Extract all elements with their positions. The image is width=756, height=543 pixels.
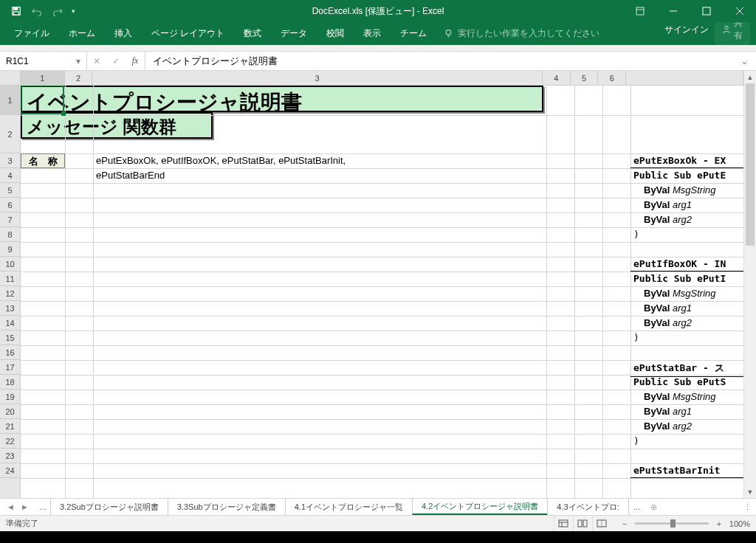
code-line-0[interactable]: ePutExBoxOk - EX	[630, 153, 743, 168]
view-page-layout-button[interactable]	[573, 516, 592, 532]
code-line-17[interactable]: )	[630, 434, 743, 448]
row-header-15[interactable]: 15	[0, 331, 20, 345]
code-line-11[interactable]: )	[630, 331, 743, 345]
code-line-14[interactable]: ByVal MsgString	[630, 390, 743, 404]
row-header-17[interactable]: 17	[0, 360, 20, 375]
zoom-in-button[interactable]: +	[713, 519, 725, 528]
code-line-6[interactable]: ePutIfBoxOK - IN	[630, 257, 743, 272]
tab-home[interactable]: ホーム	[59, 22, 105, 45]
ribbon-display-button[interactable]	[623, 0, 656, 22]
row-header-5[interactable]: 5	[0, 183, 20, 198]
select-all-corner[interactable]	[0, 71, 21, 86]
tell-me-search[interactable]: 実行したい作業を入力してください	[436, 22, 607, 45]
row-header-9[interactable]: 9	[0, 242, 20, 257]
horizontal-scroll-area[interactable]	[664, 499, 739, 515]
minimize-button[interactable]	[656, 0, 690, 22]
code-line-3[interactable]: ByVal arg1	[630, 198, 743, 212]
tab-view[interactable]: 表示	[354, 22, 391, 45]
code-line-13[interactable]: Public Sub ePutS	[630, 375, 743, 389]
col-header-2[interactable]: 2	[65, 71, 93, 85]
title-cell-right[interactable]: メッセージ 関数群	[21, 112, 213, 139]
row-header-23[interactable]: 23	[0, 449, 20, 463]
row-header-12[interactable]: 12	[0, 286, 20, 301]
scroll-thumb[interactable]	[746, 83, 755, 246]
signin-link[interactable]: サインイン	[664, 24, 709, 36]
row-header-18[interactable]: 18	[0, 375, 20, 390]
row-header-10[interactable]: 10	[0, 257, 20, 272]
tab-nav-next[interactable]: ►	[18, 502, 31, 511]
row-header-16[interactable]: 16	[0, 345, 20, 360]
row-header-14[interactable]: 14	[0, 316, 20, 331]
tab-overflow-left[interactable]: ...	[35, 499, 51, 515]
row-header-7[interactable]: 7	[0, 212, 20, 227]
cell-grid[interactable]: イベントプロシージャ説明書 メッセージ 関数群 名 称 ePutExBoxOk,…	[21, 86, 743, 498]
zoom-knob[interactable]	[670, 519, 676, 528]
row-header-20[interactable]: 20	[0, 404, 20, 419]
tab-file[interactable]: ファイル	[4, 22, 59, 45]
tab-formulas[interactable]: 数式	[234, 22, 271, 45]
scroll-up-icon[interactable]: ▲	[744, 71, 756, 83]
sheet-tab-1[interactable]: 3.3Subプロシージャ定義書	[168, 499, 286, 515]
code-line-18[interactable]: ePutStatBarInit	[630, 463, 743, 478]
code-line-2[interactable]: ByVal MsgString	[630, 183, 743, 197]
row-header-19[interactable]: 19	[0, 390, 20, 404]
maximize-button[interactable]	[690, 0, 723, 22]
title-cell-main[interactable]: イベントプロシージャ説明書	[21, 86, 543, 112]
qat-customize-dropdown[interactable]: ▾	[68, 0, 78, 22]
label-name-cell[interactable]: 名 称	[21, 153, 65, 168]
names-row-2[interactable]: ePutStatBarEnd	[93, 168, 168, 182]
zoom-slider[interactable]	[635, 522, 709, 525]
row-header-22[interactable]: 22	[0, 434, 20, 449]
tab-overflow-right[interactable]: ...	[629, 499, 645, 515]
row-header-21[interactable]: 21	[0, 419, 20, 434]
view-normal-button[interactable]	[554, 516, 573, 532]
cancel-formula-button[interactable]: ✕	[87, 56, 106, 66]
tab-nav-prev[interactable]: ◄	[4, 502, 17, 511]
redo-button[interactable]	[47, 0, 68, 22]
row-header-1[interactable]: 1	[0, 86, 20, 115]
zoom-out-button[interactable]: −	[619, 519, 630, 528]
scroll-down-icon[interactable]: ▼	[744, 485, 756, 498]
code-line-5[interactable]: )	[630, 227, 743, 241]
sheet-tab-4[interactable]: 4.3イベントプロ:	[547, 499, 628, 515]
code-line-7[interactable]: Public Sub ePutI	[630, 272, 743, 286]
vertical-scrollbar[interactable]: ▲ ▼	[743, 71, 756, 498]
code-line-15[interactable]: ByVal arg1	[630, 404, 743, 418]
col-header-1[interactable]: 1	[21, 71, 65, 85]
row-header-3[interactable]: 3	[0, 153, 20, 168]
expand-formula-icon[interactable]: ⌄	[740, 55, 749, 66]
row-header-2[interactable]: 2	[0, 115, 20, 153]
code-line-10[interactable]: ByVal arg2	[630, 316, 743, 330]
col-header-4[interactable]: 4	[543, 71, 571, 85]
undo-button[interactable]	[27, 0, 47, 22]
sheet-tab-0[interactable]: 3.2Subプロシージャ説明書	[50, 499, 168, 515]
insert-function-button[interactable]: fx	[126, 55, 145, 66]
col-header-7[interactable]	[626, 71, 743, 85]
code-line-1[interactable]: Public Sub ePutE	[630, 168, 743, 182]
row-header-24[interactable]: 24	[0, 463, 20, 478]
tab-menu-icon[interactable]: ⋮	[739, 499, 756, 515]
row-header-11[interactable]: 11	[0, 272, 20, 286]
enter-formula-button[interactable]: ✓	[106, 56, 126, 66]
sheet-tab-3[interactable]: 4.2イベントプロシージャ説明書	[412, 499, 548, 515]
col-header-3[interactable]: 3	[92, 71, 543, 85]
col-header-6[interactable]: 6	[598, 71, 626, 85]
row-header-4[interactable]: 4	[0, 168, 20, 183]
row-header-8[interactable]: 8	[0, 227, 20, 242]
save-button[interactable]	[6, 0, 27, 22]
code-line-8[interactable]: ByVal MsgString	[630, 286, 743, 300]
code-line-9[interactable]: ByVal arg1	[630, 301, 743, 315]
row-header-13[interactable]: 13	[0, 301, 20, 316]
close-button[interactable]	[723, 0, 756, 22]
code-line-16[interactable]: ByVal arg2	[630, 419, 743, 433]
formula-bar[interactable]: イベントプロシージャ説明書 ⌄	[145, 52, 756, 70]
tab-team[interactable]: チーム	[391, 22, 436, 45]
sheet-tab-2[interactable]: 4.1イベントプロシージャ一覧	[285, 499, 413, 515]
code-line-4[interactable]: ByVal arg2	[630, 212, 743, 226]
tab-insert[interactable]: 挿入	[105, 22, 142, 45]
col-header-5[interactable]: 5	[571, 71, 599, 85]
tab-page-layout[interactable]: ページ レイアウト	[142, 22, 234, 45]
name-box[interactable]: R1C1 ▾	[0, 52, 87, 70]
new-sheet-button[interactable]: ⊕	[645, 499, 664, 515]
names-row-1[interactable]: ePutExBoxOk, ePutIfBoxOK, ePutStatBar, e…	[93, 153, 348, 167]
